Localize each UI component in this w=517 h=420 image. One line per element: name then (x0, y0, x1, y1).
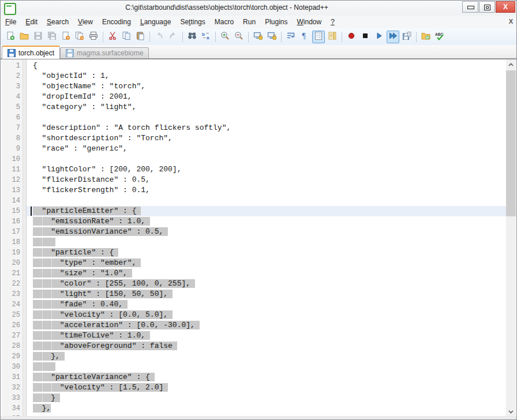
zoom-in-button[interactable] (219, 31, 231, 43)
toolbar-buttons: ba¶ABC (1, 28, 516, 45)
indent-guide-line (42, 279, 43, 289)
plugin-mru-button[interactable] (419, 31, 432, 43)
svg-text:¶: ¶ (302, 32, 306, 40)
code-line-14 (27, 196, 506, 206)
macro-play-button[interactable] (373, 31, 385, 43)
code-line-23: "light" : [150, 50, 50], (27, 289, 506, 299)
code-line-25: "velocity" : [0.0, 5.0], (27, 310, 506, 320)
copy-button[interactable] (120, 31, 133, 43)
paste-button[interactable] (134, 31, 147, 43)
line-number-gutter[interactable]: 1234567891011121314151617181920212223242… (1, 59, 27, 417)
code-line-7: "description" : "A torch flickers softly… (27, 123, 506, 133)
undo-button[interactable] (153, 31, 166, 43)
line-number: 13 (1, 185, 20, 196)
indent-guide-line (42, 310, 43, 320)
floppy-icon (33, 31, 43, 43)
sync-vertical-scroll-button[interactable] (252, 31, 264, 43)
selected-text: }, (33, 404, 51, 412)
menu-encoding[interactable]: Encoding (98, 16, 136, 28)
close-button[interactable]: X (496, 1, 515, 13)
show-indent-guide-button[interactable] (312, 31, 325, 43)
word-wrap-button[interactable] (284, 31, 297, 43)
code-line-11: "lightColor" : [200, 200, 200], (27, 164, 506, 175)
menu-language[interactable]: Language (136, 16, 175, 28)
replace-button[interactable]: ba (200, 31, 212, 43)
menu-file[interactable]: File (1, 16, 21, 28)
close-file-button[interactable] (59, 31, 72, 43)
redo-icon (168, 31, 178, 43)
document-map-button[interactable] (326, 31, 339, 43)
cut-button[interactable] (106, 31, 119, 43)
line-number: 8 (1, 133, 20, 144)
menu-help[interactable]: ? (326, 16, 339, 28)
save-all-button[interactable] (46, 31, 58, 43)
selected-text: "light" : [150, 50, 50], (33, 290, 173, 298)
undo-icon (155, 31, 164, 43)
redo-button[interactable] (167, 31, 179, 43)
line-number: 27 (1, 331, 20, 341)
tab-torch-object[interactable]: torch.object (2, 46, 60, 59)
menu-macro[interactable]: Macro (210, 16, 238, 28)
new-file-button[interactable] (4, 31, 17, 43)
folder-open-icon (20, 31, 29, 43)
selected-text: "particleEmitter" : { (33, 207, 141, 215)
svg-text:a: a (207, 35, 209, 40)
selected-text: "velocity" : [1.5, 2.0] (33, 383, 168, 392)
tab-magma-surfacebiome[interactable]: magma.surfacebiome (60, 47, 149, 58)
indent-guide-line (42, 247, 43, 258)
macro-run-multiple-button[interactable] (387, 31, 399, 43)
scroll-up-arrow-icon[interactable] (506, 59, 516, 69)
selected-text (33, 238, 55, 246)
scroll-down-arrow-icon[interactable] (506, 407, 516, 417)
tab-label: magma.surfacebiome (77, 49, 143, 57)
code-line-27: "timeToLive" : 1.0, (27, 331, 506, 341)
code-line-10 (27, 154, 506, 164)
show-all-characters-button[interactable]: ¶ (298, 31, 311, 43)
menu-search[interactable]: Search (42, 16, 73, 28)
menu-plugins[interactable]: Plugins (260, 16, 292, 28)
save-file-button[interactable] (32, 31, 44, 43)
find-button[interactable] (186, 31, 198, 43)
floppy-page-icon (402, 31, 411, 43)
scrollbar-thumb[interactable] (506, 70, 516, 216)
close-all-button[interactable] (73, 31, 86, 43)
code-line-22: "color" : [255, 100, 0, 255], (27, 279, 506, 289)
code-line-9: "race" : "generic", (27, 144, 506, 154)
sync-horizontal-scroll-button[interactable] (265, 31, 278, 43)
code-line-13: "flickerStrength" : 0.1, (27, 185, 506, 196)
code-line-29: }, (27, 351, 506, 362)
open-file-button[interactable] (18, 31, 31, 43)
document-close-icon[interactable]: X (509, 18, 513, 25)
code-line-33: } (27, 393, 506, 403)
editor[interactable]: 1234567891011121314151617181920212223242… (1, 59, 516, 417)
macro-stop-button[interactable] (359, 31, 372, 43)
zoom-out-button[interactable] (233, 31, 245, 43)
code-line-6 (27, 112, 506, 123)
indent-guide-line (51, 279, 52, 289)
menu-window[interactable]: Window (292, 16, 326, 28)
selected-text: "acceleration" : [0.0, -30.0], (33, 321, 200, 329)
print-button[interactable] (87, 31, 100, 43)
toolbar-separator (103, 32, 103, 42)
macro-record-button[interactable] (345, 31, 358, 43)
code-text-area[interactable]: { "objectId" : 1, "objectName" : "torch"… (27, 59, 506, 417)
minimize-button[interactable] (462, 1, 478, 13)
menu-edit[interactable]: Edit (21, 16, 42, 28)
line-number: 3 (1, 81, 20, 92)
line-number: 29 (1, 351, 20, 362)
vertical-scrollbar[interactable] (506, 59, 516, 417)
macro-save-button[interactable] (400, 31, 413, 43)
title-bar[interactable]: C:\git\starbound\dist\assets\objects\tor… (1, 1, 516, 16)
toolbar-separator (149, 32, 150, 42)
indent-guide-line (42, 216, 43, 227)
menu-settings[interactable]: Settings (175, 16, 209, 28)
spell-check-button[interactable]: ABC (433, 31, 446, 43)
indent-guide-line (42, 268, 43, 279)
indent-guide-line (42, 320, 43, 331)
menu-run[interactable]: Run (238, 16, 260, 28)
indent-guide-line (51, 320, 52, 331)
line-number: 10 (1, 154, 20, 164)
selected-text: "type" : "ember", (33, 258, 141, 267)
menu-view[interactable]: View (73, 16, 98, 28)
maximize-button[interactable] (479, 1, 495, 13)
